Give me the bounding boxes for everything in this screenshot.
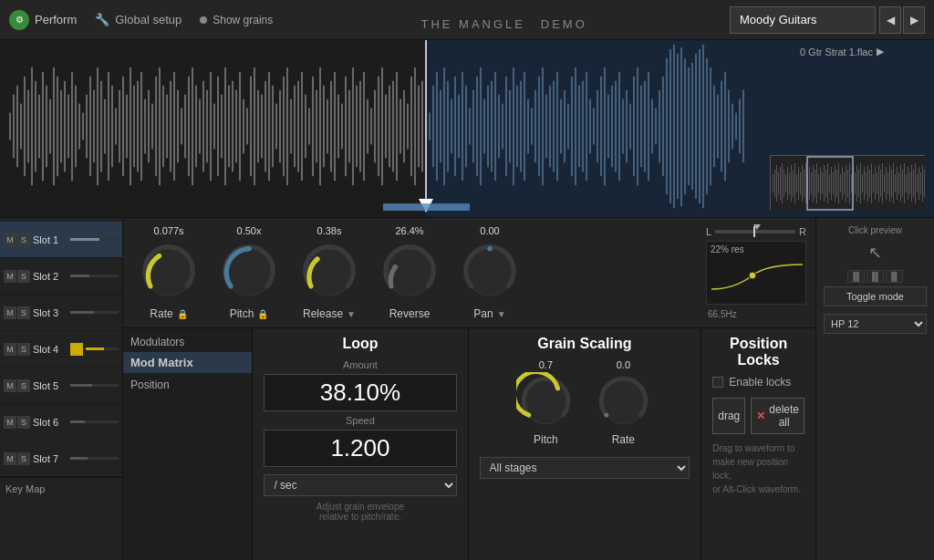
app-title: THE MANGLE Demo	[291, 5, 711, 35]
pitch-value: 0.50x	[237, 225, 262, 236]
filter-type-select[interactable]: HP 12	[824, 314, 927, 334]
svg-rect-34	[126, 95, 128, 159]
slot-1-mute-button[interactable]: M	[4, 233, 16, 246]
svg-rect-96	[352, 67, 354, 185]
svg-rect-161	[593, 109, 595, 145]
lr-right-label: R	[799, 226, 806, 237]
lr-slider[interactable]: L R	[706, 226, 806, 237]
mod-matrix-label[interactable]: Mod Matrix	[123, 352, 252, 373]
svg-rect-218	[793, 170, 794, 197]
show-grains-toggle[interactable]: Show grains	[200, 14, 273, 26]
slot-7-item[interactable]: M S Slot 7	[0, 441, 122, 477]
grain-rate-knob[interactable]	[594, 372, 653, 431]
slot-2-solo-button[interactable]: S	[17, 270, 30, 283]
loop-speed-value[interactable]: 1.200	[264, 430, 456, 467]
svg-rect-25	[93, 90, 95, 163]
svg-rect-166	[611, 86, 613, 168]
slot-4-mute-button[interactable]: M	[4, 343, 16, 356]
svg-rect-230	[815, 170, 815, 197]
pan-dropdown-icon[interactable]: ▼	[497, 309, 506, 319]
slot-2-mute-button[interactable]: M	[4, 270, 16, 283]
slot-7-slider[interactable]	[70, 457, 119, 460]
slot-1-solo-button[interactable]: S	[17, 233, 30, 246]
svg-rect-276	[898, 172, 899, 194]
drag-button[interactable]: drag	[712, 398, 745, 434]
svg-rect-114	[418, 86, 420, 168]
slot-6-mute-button[interactable]: M	[4, 416, 16, 429]
delete-all-button[interactable]: ✕ delete all	[751, 398, 804, 434]
svg-rect-223	[802, 165, 803, 202]
svg-rect-24	[89, 77, 91, 176]
release-knob[interactable]	[297, 240, 361, 304]
svg-rect-42	[155, 77, 157, 176]
loop-speed-unit-select[interactable]: / sec	[264, 474, 456, 496]
slot-1-item[interactable]: M S Slot 1	[0, 222, 122, 258]
modulators-label[interactable]: Modulators	[123, 328, 252, 352]
preset-nav: ◀ ▶	[879, 6, 925, 34]
slot-6-item[interactable]: M S Slot 6	[0, 404, 122, 441]
play-icon[interactable]: ▶	[877, 46, 884, 57]
slot-3-mute-button[interactable]: M	[4, 306, 16, 319]
release-knob-group: 0.38s Release ▼	[293, 225, 366, 320]
svg-rect-83	[305, 95, 306, 159]
slot-5-item[interactable]: M S Slot 5	[0, 368, 122, 404]
svg-rect-143	[527, 99, 529, 154]
enable-locks-label: Enable locks	[729, 376, 791, 389]
key-map-label[interactable]: Key Map	[0, 477, 122, 500]
slot-1-slider[interactable]	[70, 238, 119, 241]
svg-rect-281	[908, 167, 908, 200]
grain-pitch-label: Pitch	[534, 433, 558, 446]
svg-rect-256	[862, 174, 863, 192]
pitch-knob[interactable]	[217, 240, 281, 304]
slot-4-solo-button[interactable]: S	[17, 343, 30, 356]
grain-pitch-knob[interactable]	[516, 372, 576, 431]
preset-prev-button[interactable]: ◀	[879, 6, 901, 34]
slot-5-slider[interactable]	[70, 384, 119, 387]
svg-rect-4	[16, 86, 18, 168]
rate-knob[interactable]	[137, 240, 201, 304]
slot-3-slider-container	[70, 311, 119, 314]
svg-rect-175	[644, 81, 646, 171]
slot-4-slider[interactable]	[86, 347, 119, 350]
waveform-section[interactable]: 0 Gtr Strat 1.flac ▶	[0, 40, 934, 218]
slot-7-mute-button[interactable]: M	[4, 452, 16, 465]
toggle-mode-button[interactable]: Toggle mode	[824, 286, 927, 306]
slot-5-solo-button[interactable]: S	[17, 379, 30, 392]
slot-5-label: Slot 5	[33, 380, 67, 391]
slot-3-solo-button[interactable]: S	[17, 306, 30, 319]
svg-rect-270	[887, 172, 888, 194]
pitch-knob-group: 0.50x Pitch 🔒	[213, 225, 285, 320]
preset-dropdown[interactable]: Moody Guitars	[730, 6, 876, 34]
perform-button[interactable]: ⚙ Perform	[9, 10, 77, 30]
slot-2-item[interactable]: M S Slot 2	[0, 258, 122, 295]
slot-3-item[interactable]: M S Slot 3	[0, 295, 122, 331]
svg-rect-252	[855, 172, 856, 194]
release-dropdown-icon[interactable]: ▼	[347, 309, 356, 319]
slot-4-item[interactable]: M S Slot 4	[0, 331, 122, 368]
svg-rect-20	[75, 86, 77, 168]
slot-6-solo-button[interactable]: S	[17, 416, 30, 429]
lr-track[interactable]	[715, 230, 795, 233]
svg-rect-172	[633, 77, 635, 176]
svg-rect-90	[330, 81, 332, 171]
loop-amount-value[interactable]: 38.10%	[264, 374, 456, 411]
slot-3-slider[interactable]	[70, 311, 119, 314]
pan-knob[interactable]	[458, 240, 522, 304]
svg-rect-269	[886, 167, 887, 200]
slot-2-slider[interactable]	[70, 275, 119, 277]
stages-select[interactable]: All stages	[480, 457, 690, 479]
global-setup-button[interactable]: 🔧 Global setup	[95, 13, 182, 26]
rate-label: Rate 🔒	[150, 307, 187, 320]
svg-rect-241	[835, 165, 835, 202]
slot-7-solo-button[interactable]: S	[17, 452, 30, 465]
enable-locks-checkbox[interactable]	[712, 377, 723, 388]
position-label[interactable]: Position	[123, 373, 252, 397]
reverse-knob[interactable]	[378, 240, 441, 304]
svg-rect-122	[451, 99, 452, 154]
slot-5-mute-button[interactable]: M	[4, 379, 16, 392]
svg-rect-227	[809, 167, 810, 200]
preset-next-button[interactable]: ▶	[903, 6, 925, 34]
svg-rect-183	[673, 45, 675, 208]
waveform-minimap[interactable]	[770, 155, 925, 210]
slot-6-slider[interactable]	[70, 420, 119, 423]
